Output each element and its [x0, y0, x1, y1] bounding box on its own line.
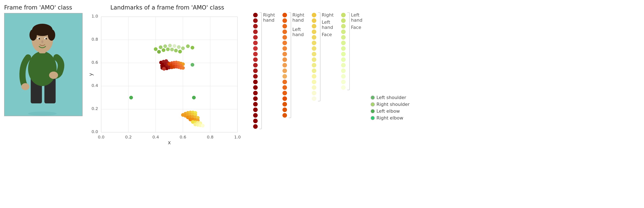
legend-dot — [312, 46, 316, 51]
svg-point-17 — [21, 83, 30, 90]
legend-dot — [253, 96, 258, 101]
legend-dot — [253, 29, 258, 34]
svg-text:1.0: 1.0 — [92, 14, 98, 18]
legend-items: Left shoulder Right shoulder Left elbow … — [371, 95, 410, 121]
legend-dot — [282, 113, 287, 118]
svg-point-56 — [166, 47, 170, 51]
svg-point-5 — [28, 51, 57, 86]
legend-dot — [341, 57, 346, 62]
svg-point-92 — [181, 66, 185, 70]
svg-point-15 — [41, 40, 43, 43]
svg-point-58 — [174, 49, 178, 52]
svg-text:0.8: 0.8 — [207, 135, 214, 140]
svg-point-14 — [46, 38, 47, 39]
legend-dot — [282, 91, 287, 95]
legend-item-left-elbow: Left elbow — [371, 109, 410, 114]
legend-label-right-elbow: Right elbow — [376, 115, 403, 121]
brace-1 — [259, 12, 262, 129]
legend-dot — [312, 68, 316, 73]
legend-dot — [282, 29, 287, 34]
legend-item-left-shoulder: Left shoulder — [371, 95, 410, 100]
legend-dot — [253, 57, 258, 62]
legend-dot — [253, 24, 258, 28]
legend-dot — [312, 24, 316, 28]
svg-point-59 — [178, 50, 182, 53]
legend-dot — [312, 18, 316, 23]
group-label-left-hand: Lefthand — [292, 27, 304, 37]
svg-point-57 — [170, 48, 174, 51]
col-group-2: Righthand Lefthand — [281, 12, 304, 118]
legend-dot — [253, 124, 258, 129]
svg-text:0.8: 0.8 — [92, 37, 98, 42]
group-label-right-hand-2: Right — [322, 12, 334, 17]
legend-dot — [282, 35, 287, 40]
svg-rect-18 — [101, 17, 238, 132]
col-dots-2 — [282, 13, 287, 118]
legend-dot — [341, 85, 346, 90]
group-labels-2: Righthand Lefthand — [291, 12, 304, 37]
svg-text:y: y — [89, 73, 94, 76]
legend-dot — [282, 80, 287, 84]
chart-title: Landmarks of a frame from 'AMO' class — [110, 4, 224, 11]
frame-title: Frame from 'AMO' class — [4, 4, 72, 11]
legend-dot — [253, 52, 258, 56]
legend-dot — [341, 80, 346, 84]
col-group-3: Right Lefthand Face — [310, 12, 334, 101]
legend-label-left-shoulder: Left shoulder — [376, 95, 406, 100]
svg-point-54 — [157, 50, 161, 54]
legend-dot — [253, 85, 258, 90]
legend-dot — [282, 108, 287, 112]
legend-dot — [312, 96, 316, 101]
svg-text:0.0: 0.0 — [98, 135, 104, 140]
legend-dot — [312, 63, 316, 67]
legend-dot — [282, 96, 287, 101]
legend-dot — [253, 18, 258, 23]
legend-dot — [312, 85, 316, 90]
svg-point-9 — [30, 29, 37, 41]
group-label-1: Righthand — [262, 12, 275, 23]
svg-text:0.0: 0.0 — [92, 129, 98, 134]
legend-dot — [282, 24, 287, 28]
legend-dot — [282, 52, 287, 56]
svg-point-95 — [192, 96, 196, 99]
legend-dot — [312, 74, 316, 79]
figure-svg — [4, 13, 82, 116]
legend-dot — [282, 102, 287, 106]
legend-dot — [253, 91, 258, 95]
legend-dot-right-elbow — [371, 116, 375, 120]
legend-dot — [312, 57, 316, 62]
group-label-face-1: Face — [322, 32, 334, 37]
chart-panel: Landmarks of a frame from 'AMO' class — [89, 4, 246, 145]
legend-dot — [282, 57, 287, 62]
legend-dot — [253, 68, 258, 73]
brace-4 — [347, 12, 350, 90]
legend-dot-left-elbow — [371, 109, 375, 113]
svg-point-53 — [190, 46, 194, 49]
brace-3 — [318, 12, 320, 101]
svg-point-48 — [168, 44, 172, 47]
group-label-left-hand-2: Lefthand — [322, 20, 334, 30]
legend-dot — [253, 102, 258, 106]
svg-point-45 — [154, 47, 158, 51]
svg-text:0.4: 0.4 — [92, 83, 98, 88]
legend-dot — [341, 18, 346, 23]
legend-dot — [282, 46, 287, 51]
svg-text:x: x — [168, 140, 171, 145]
svg-point-55 — [162, 48, 166, 52]
legend-dot — [253, 74, 258, 79]
legend-dot — [341, 29, 346, 34]
svg-text:0.4: 0.4 — [152, 135, 159, 140]
legend-dot — [312, 41, 316, 45]
scatter-svg: 0.0 0.2 0.4 0.6 0.8 1.0 0.0 0.2 0.4 0.6 … — [89, 12, 246, 145]
legend-item-right-elbow: Right elbow — [371, 115, 410, 121]
svg-point-47 — [163, 44, 167, 48]
col-dots-4 — [341, 13, 346, 90]
group-label-left-hand-3: Lefthand — [351, 12, 362, 23]
group-label-face-2: Face — [351, 25, 362, 30]
brace-2 — [289, 12, 291, 118]
svg-point-94 — [190, 63, 194, 67]
legend-dot — [312, 29, 316, 34]
legend-dot-right-shoulder — [371, 102, 375, 106]
svg-text:0.6: 0.6 — [180, 135, 186, 140]
legend-dot — [341, 46, 346, 51]
